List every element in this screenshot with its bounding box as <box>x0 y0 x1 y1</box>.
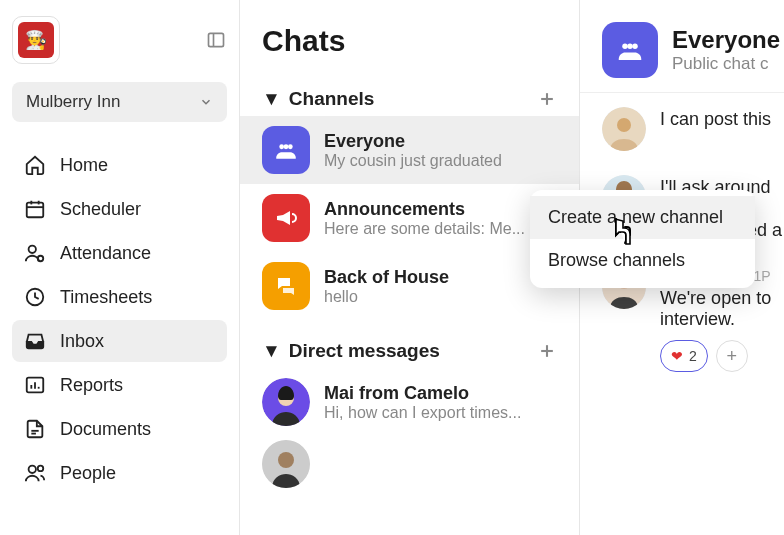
section-label: Direct messages <box>289 340 440 362</box>
section-label: Channels <box>289 88 375 110</box>
svg-point-19 <box>279 144 284 149</box>
svg-point-16 <box>38 466 44 472</box>
sidebar-item-label: Documents <box>60 419 151 440</box>
home-icon <box>24 154 46 176</box>
channel-preview: My cousin just graduated <box>324 152 557 170</box>
channels-section-header[interactable]: ▼ Channels <box>240 82 579 116</box>
sidebar-item-label: Home <box>60 155 108 176</box>
add-reaction-button[interactable]: + <box>716 340 748 372</box>
svg-point-20 <box>288 144 293 149</box>
workspace-selector[interactable]: Mulberry Inn <box>12 82 227 122</box>
attendance-icon <box>24 242 46 264</box>
heart-icon: ❤ <box>671 348 683 364</box>
room-title: Everyone <box>672 26 780 54</box>
chats-icon <box>262 262 310 310</box>
channel-back-of-house[interactable]: Back of House hello <box>240 252 579 320</box>
menu-browse-channels[interactable]: Browse channels <box>530 239 755 282</box>
dm-mai-from-camelo[interactable]: Mai from Camelo Hi, how can I export tim… <box>240 368 579 436</box>
message-text: We're open to interview. <box>660 288 784 330</box>
inbox-icon <box>24 330 46 352</box>
svg-point-30 <box>627 44 633 50</box>
channel-preview: hello <box>324 288 557 306</box>
sidebar-item-scheduler[interactable]: Scheduler <box>12 188 227 230</box>
sidebar-item-label: Attendance <box>60 243 151 264</box>
svg-point-21 <box>284 144 289 149</box>
channel-name: Everyone <box>324 131 557 152</box>
sidebar-item-label: Timesheets <box>60 287 152 308</box>
room-header: Everyone Public chat c <box>580 22 784 93</box>
clock-icon <box>24 286 46 308</box>
chevron-down-icon <box>199 95 213 109</box>
svg-rect-2 <box>27 203 44 218</box>
room-subtitle: Public chat c <box>672 54 780 74</box>
document-icon <box>24 418 46 440</box>
message-text: I can post this <box>660 109 784 130</box>
svg-point-7 <box>38 256 44 262</box>
sidebar-item-home[interactable]: Home <box>12 144 227 186</box>
svg-point-6 <box>29 246 36 253</box>
sidebar-item-documents[interactable]: Documents <box>12 408 227 450</box>
svg-point-28 <box>622 44 628 50</box>
channel-everyone[interactable]: Everyone My cousin just graduated <box>240 116 579 184</box>
workspace-name: Mulberry Inn <box>26 92 120 112</box>
group-icon <box>602 22 658 78</box>
sidebar-item-label: Scheduler <box>60 199 141 220</box>
caret-down-icon: ▼ <box>262 88 281 110</box>
avatar <box>262 378 310 426</box>
svg-point-27 <box>278 452 294 468</box>
dm-preview: Hi, how can I export times... <box>324 404 557 422</box>
sidebar: 👨‍🍳 Mulberry Inn Home Scheduler A <box>0 0 240 535</box>
svg-point-15 <box>29 466 36 473</box>
message: I can post this <box>602 107 784 151</box>
workspace-logo[interactable]: 👨‍🍳 <box>12 16 60 64</box>
menu-create-channel[interactable]: Create a new channel <box>530 196 755 239</box>
megaphone-icon <box>262 194 310 242</box>
add-dm-button[interactable] <box>537 341 557 361</box>
sidebar-item-label: People <box>60 463 116 484</box>
sidebar-item-label: Inbox <box>60 331 104 352</box>
panel-toggle-icon[interactable] <box>205 29 227 51</box>
svg-rect-0 <box>209 33 224 46</box>
sidebar-item-label: Reports <box>60 375 123 396</box>
group-icon <box>262 126 310 174</box>
dm-row-partial[interactable] <box>240 436 579 498</box>
dms-section-header[interactable]: ▼ Direct messages <box>240 334 579 368</box>
avatar <box>262 440 310 488</box>
svg-point-29 <box>632 44 638 50</box>
chats-title: Chats <box>240 24 579 76</box>
reaction-count: 2 <box>689 348 697 364</box>
dm-name: Mai from Camelo <box>324 383 557 404</box>
channel-menu-popover: Create a new channel Browse channels <box>530 190 755 288</box>
svg-point-32 <box>617 118 631 132</box>
chart-icon <box>24 374 46 396</box>
add-channel-button[interactable] <box>537 89 557 109</box>
reaction-heart[interactable]: ❤ 2 <box>660 340 708 372</box>
channel-preview: Here are some details: Me... <box>324 220 557 238</box>
sidebar-item-people[interactable]: People <box>12 452 227 494</box>
channel-announcements[interactable]: Announcements Here are some details: Me.… <box>240 184 579 252</box>
avatar <box>602 107 646 151</box>
people-icon <box>24 462 46 484</box>
caret-down-icon: ▼ <box>262 340 281 362</box>
sidebar-item-timesheets[interactable]: Timesheets <box>12 276 227 318</box>
sidebar-item-attendance[interactable]: Attendance <box>12 232 227 274</box>
chats-panel: Chats ▼ Channels Everyone My cousin just… <box>240 0 580 535</box>
channel-name: Announcements <box>324 199 557 220</box>
calendar-icon <box>24 198 46 220</box>
sidebar-item-reports[interactable]: Reports <box>12 364 227 406</box>
channel-name: Back of House <box>324 267 557 288</box>
sidebar-item-inbox[interactable]: Inbox <box>12 320 227 362</box>
